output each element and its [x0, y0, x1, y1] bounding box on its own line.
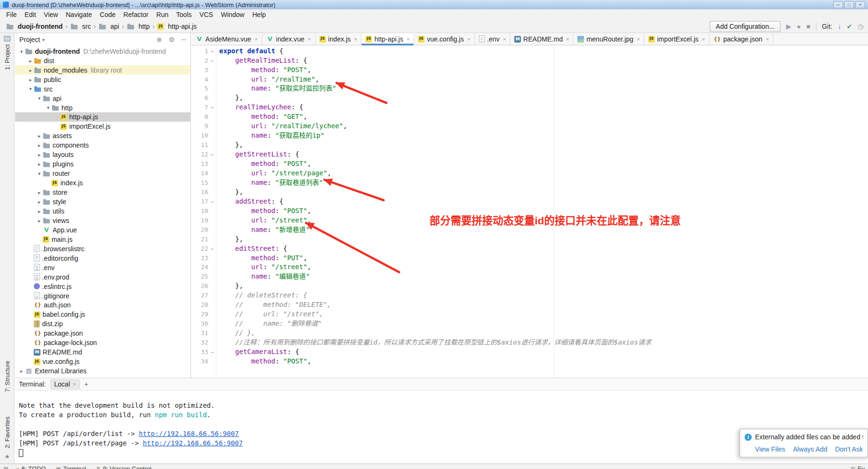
statusbar-event-log[interactable]: ⊞Ev	[851, 465, 865, 469]
code-line-4[interactable]: 4 url: "/realTime",	[192, 74, 868, 84]
tree-item-package-lock-json[interactable]: {}package-lock.json	[15, 338, 191, 347]
code-line-23[interactable]: 23 method: "PUT",	[192, 253, 868, 263]
tree-item-eslintrc-js[interactable]: .eslintrc.js	[15, 281, 191, 291]
tree-item-duoji-frontend[interactable]: ▾duoji-frontendD:\zheheWeb\duoji-fronten…	[15, 47, 191, 56]
code-line-9[interactable]: 9 url: "/realTime/lychee",	[192, 122, 868, 131]
statusbar-version-control[interactable]: ⇅9: Version Control	[96, 465, 151, 469]
notification-action-don-t-ask-agai[interactable]: Don't Ask Agai	[835, 445, 863, 453]
tool-windows-icon[interactable]: ⊞	[3, 465, 8, 469]
chevron-right-icon[interactable]: ▸	[36, 161, 42, 167]
tree-item-browserslistrc[interactable]: .browserslistrc	[15, 244, 191, 254]
chevron-right-icon[interactable]: ▸	[27, 58, 34, 64]
tree-item-gitignore[interactable]: .gitignore	[15, 291, 191, 300]
breadcrumb-item-api[interactable]: api	[97, 22, 121, 31]
breadcrumb-item-http[interactable]: http	[125, 22, 151, 31]
code-line-3[interactable]: 3 method: "POST",	[192, 65, 868, 74]
project-panel-title[interactable]: Project	[19, 36, 40, 43]
tab-menurouter-jpg[interactable]: menuRouter.jpg×	[574, 33, 644, 45]
menu-refactor[interactable]: Refactor	[119, 10, 152, 20]
chevron-right-icon[interactable]: ▸	[36, 218, 42, 223]
code-line-32[interactable]: 32 //注释：所有用到删除的接口都需要拼接变量id，所以请求方式采用了挂载在原…	[192, 338, 868, 347]
menu-tools[interactable]: Tools	[172, 10, 195, 20]
code-line-12[interactable]: 12− getStreetList: {	[192, 150, 868, 159]
code-line-15[interactable]: 15 name: "获取巷道列表"	[192, 178, 868, 188]
code-line-18[interactable]: 18 method: "POST",	[192, 206, 868, 216]
chevron-down-icon[interactable]: ▾	[36, 95, 42, 101]
tree-item-dist[interactable]: ▸dist	[15, 56, 191, 66]
tab-importexcel-js[interactable]: JSimportExcel.js×	[644, 33, 709, 45]
close-icon[interactable]: ×	[467, 36, 470, 42]
menu-view[interactable]: View	[40, 10, 62, 20]
code-line-22[interactable]: 22− editStreet: {	[192, 244, 868, 254]
git-update-icon[interactable]: ↓	[838, 23, 841, 30]
tree-item-editorconfig[interactable]: .editorconfig	[15, 253, 191, 263]
tree-item-layouts[interactable]: ▸layouts	[15, 150, 191, 159]
history-icon[interactable]: ◷	[858, 23, 863, 30]
tab-vue-config-js[interactable]: JSvue.config.js×	[414, 33, 475, 45]
menu-code[interactable]: Code	[96, 10, 119, 20]
tree-item-readme-md[interactable]: MREADME.md	[15, 347, 191, 357]
new-terminal-icon[interactable]: +	[84, 380, 89, 388]
chevron-right-icon[interactable]: ▸	[36, 199, 42, 205]
code-line-6[interactable]: 6 },	[192, 93, 868, 103]
run-icon[interactable]: ▶	[786, 23, 791, 30]
terminal-link[interactable]: http://192.168.66.56:9007	[139, 430, 239, 437]
tab-index-js[interactable]: JSindex.js×	[316, 33, 362, 45]
tab-asidemenu-vue[interactable]: VAsideMenu.vue×	[192, 33, 262, 45]
code-line-24[interactable]: 24 url: "/street",	[192, 263, 868, 272]
tree-item-style[interactable]: ▸style	[15, 197, 191, 206]
chevron-right-icon[interactable]: ▸	[27, 67, 34, 73]
close-icon[interactable]: ×	[407, 36, 410, 42]
tree-item-external-libraries[interactable]: ▸▤External Libraries	[15, 366, 191, 376]
close-icon[interactable]: ×	[637, 36, 640, 42]
close-icon[interactable]: ×	[566, 36, 569, 42]
code-line-27[interactable]: 27 // deleteStreet: {	[192, 291, 868, 300]
add-configuration-button[interactable]: Add Configuration...	[709, 21, 780, 32]
close-button[interactable]: ×	[855, 1, 865, 8]
code-line-19[interactable]: 19 url: "/street",	[192, 216, 868, 225]
favorites-star-icon[interactable]: ★	[4, 453, 10, 461]
code-line-5[interactable]: 5 name: "获取实时监控列表"	[192, 84, 868, 93]
locate-file-icon[interactable]: ⊕	[157, 36, 162, 43]
code-line-1[interactable]: 1−export default {	[192, 47, 868, 56]
tree-item-plugins[interactable]: ▸plugins	[15, 159, 191, 169]
tree-item-auth-json[interactable]: {}auth.json	[15, 300, 191, 310]
tree-item-env[interactable]: .env	[15, 263, 191, 272]
code-line-20[interactable]: 20 name: "新增巷道"	[192, 225, 868, 235]
tab-env[interactable]: .env×	[475, 33, 511, 45]
tree-item-dist-zip[interactable]: dist.zip	[15, 319, 191, 329]
code-line-25[interactable]: 25 name: "编辑巷道"	[192, 272, 868, 281]
chevron-down-icon[interactable]: ▾	[27, 86, 34, 91]
chevron-right-icon[interactable]: ▸	[27, 77, 34, 82]
fold-marker-icon[interactable]: −	[208, 347, 217, 357]
close-icon[interactable]: ×	[254, 36, 258, 42]
fold-marker-icon[interactable]: −	[208, 244, 217, 254]
code-line-8[interactable]: 8 method: "GET",	[192, 112, 868, 122]
menu-window[interactable]: Window	[217, 10, 249, 20]
tree-item-public[interactable]: ▸public	[15, 74, 191, 84]
tree-item-http-api-js[interactable]: JShttp-api.js	[15, 112, 191, 122]
statusbar-todo[interactable]: ≡6: TODO	[16, 465, 46, 469]
close-icon[interactable]: ×	[766, 36, 769, 42]
notification-action-view-files[interactable]: View Files	[755, 445, 785, 453]
code-line-13[interactable]: 13 method: "POST",	[192, 159, 868, 169]
maximize-button[interactable]: □	[844, 1, 854, 8]
minimize-button[interactable]: ─	[833, 1, 843, 8]
tree-item-node-modules[interactable]: ▸node_moduleslibrary root	[15, 65, 191, 74]
code-line-30[interactable]: 30 // name: "删除巷道"	[192, 319, 868, 329]
tab-index-vue[interactable]: Vindex.vue×	[262, 33, 316, 45]
tree-item-importexcel-js[interactable]: JSimportExcel.js	[15, 122, 191, 131]
close-icon[interactable]: ×	[702, 36, 705, 42]
code-line-16[interactable]: 16 },	[192, 188, 868, 197]
code-line-14[interactable]: 14 url: "/street/page",	[192, 169, 868, 178]
code-line-26[interactable]: 26 },	[192, 281, 868, 291]
menu-help[interactable]: Help	[248, 10, 269, 20]
code-line-28[interactable]: 28 // method: "DELETE",	[192, 300, 868, 310]
close-icon[interactable]: ×	[354, 36, 357, 42]
chevron-down-icon[interactable]: ▾	[36, 171, 42, 176]
tree-item-src[interactable]: ▾src	[15, 84, 191, 93]
code-line-31[interactable]: 31 // },	[192, 329, 868, 338]
statusbar-terminal[interactable]: ▣Terminal	[56, 465, 86, 469]
close-icon[interactable]: ×	[503, 36, 506, 42]
stop-icon[interactable]: ■	[806, 23, 810, 30]
